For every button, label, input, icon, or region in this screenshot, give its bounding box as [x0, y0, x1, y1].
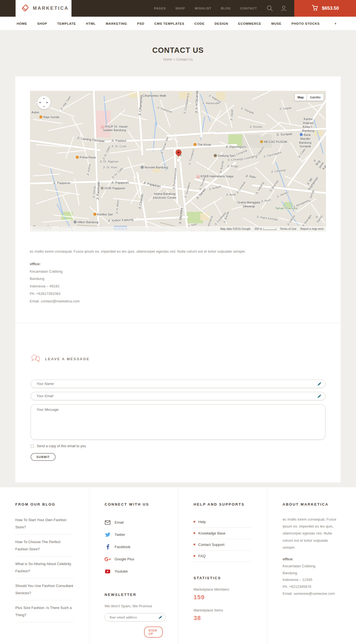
- map-type-map-button[interactable]: Map: [295, 94, 307, 101]
- stat-value: 159: [194, 594, 252, 601]
- hospital-poi-icon: H: [197, 175, 200, 178]
- help-link-faq[interactable]: FAQ: [194, 551, 252, 562]
- submit-button[interactable]: SUBMIT: [31, 453, 56, 461]
- pan-down-icon[interactable]: ▼: [43, 105, 45, 108]
- pen-icon: [158, 615, 162, 620]
- map-label: Jl. Surapati: [276, 132, 292, 137]
- main-nav-item-cms-templates[interactable]: CMS TEMPLATES: [154, 22, 184, 25]
- main-nav-item-template[interactable]: TEMPLATE: [57, 22, 76, 25]
- terms-of-use-link[interactable]: Terms of Use: [280, 227, 296, 230]
- newsletter-email-input[interactable]: [105, 613, 166, 621]
- bullet-icon: [194, 555, 195, 557]
- pen-icon: [317, 394, 322, 399]
- send-copy-checkbox[interactable]: [31, 444, 34, 448]
- map-pan-control[interactable]: ▲ ▼ ◀ ▶: [37, 96, 51, 109]
- blog-post-link[interactable]: What is So Alluring About Celebrity Fash…: [15, 560, 74, 578]
- twitter-icon: [105, 533, 111, 537]
- blog-post-link[interactable]: Should You Use Fashion Consultant Servic…: [15, 582, 74, 600]
- pan-up-icon[interactable]: ▲: [43, 97, 45, 100]
- logo[interactable]: MARKETICA: [16, 0, 71, 17]
- top-nav-item-pages[interactable]: PAGES: [154, 7, 166, 10]
- email-input[interactable]: [31, 392, 325, 400]
- main-nav-item-muse[interactable]: MUSE: [271, 22, 281, 25]
- user-account-icon[interactable]: [280, 5, 287, 12]
- dot-poi-icon: [101, 187, 104, 190]
- send-copy-label: Send a copy of this email to you: [37, 444, 86, 448]
- office-line: Ph. +6212345678: [283, 583, 341, 590]
- social-link-gplus[interactable]: Google Plus: [105, 553, 163, 565]
- street: [252, 91, 279, 100]
- search-icon[interactable]: [266, 5, 273, 12]
- map-label: Aston: [31, 111, 39, 115]
- street: [255, 167, 274, 187]
- bullet-icon: [194, 532, 195, 534]
- social-link-youtube[interactable]: Youtube: [105, 565, 163, 578]
- map-canvas[interactable]: ▲ ▼ ◀ ▶ Map Satellite Google Map data ©2…: [30, 91, 326, 232]
- pan-left-icon[interactable]: ◀: [39, 101, 41, 104]
- main-nav-item-html[interactable]: HTML: [86, 22, 96, 25]
- brand-name: MARKETICA: [33, 6, 69, 11]
- message-textarea[interactable]: [31, 404, 325, 440]
- social-label: Email: [115, 520, 124, 524]
- contact-info: ec mollis lorem consequat. Fusce ipsum e…: [29, 249, 327, 304]
- social-label: Youtube: [115, 569, 128, 573]
- top-nav-item-shop[interactable]: SHOP: [175, 7, 185, 10]
- pan-right-icon[interactable]: ▶: [46, 101, 48, 104]
- content-card: ▲ ▼ ◀ ▶ Map Satellite Google Map data ©2…: [15, 76, 341, 483]
- street: [33, 119, 62, 124]
- top-nav-item-wishlist[interactable]: WISHLIST: [195, 7, 212, 10]
- map-label: Jl. Aceh: [226, 193, 236, 197]
- top-nav-item-contact[interactable]: CONTACT: [240, 7, 257, 10]
- map-label: Prima Rasa: [76, 156, 95, 160]
- main-nav-item-ecommerce[interactable]: ECOMMERCE: [238, 22, 261, 25]
- site-header: MARKETICA PAGESSHOPWISHLISTBLOGCONTACT $…: [0, 0, 356, 17]
- street: [157, 207, 184, 213]
- map-label: Jl. H. Mesri: [115, 200, 120, 214]
- map-label: Jl. Dr. Rajiman: [100, 160, 118, 163]
- map-label: Cihampelas Walk: [142, 94, 166, 98]
- street: [290, 142, 303, 163]
- blog-post-link[interactable]: How To Choose The Perfect Fashion Store?: [15, 538, 74, 556]
- main-nav-item-psd[interactable]: PSD: [137, 22, 144, 25]
- office-line: Ph. +62817391083: [30, 291, 327, 297]
- office-line: Email. someone@someone.com: [283, 590, 341, 597]
- social-link-email[interactable]: Email: [105, 516, 163, 529]
- map-type-satellite-button[interactable]: Satellite: [307, 94, 324, 101]
- report-map-error-link[interactable]: Report a map error: [300, 227, 324, 230]
- nav-more-chevron-icon[interactable]: »: [334, 23, 337, 24]
- footer-col-help: HELP AND SUPPORTS HelpKnowladge BaseCont…: [178, 487, 267, 644]
- social-label: Twitter: [115, 533, 125, 537]
- street: [266, 113, 287, 131]
- blog-post-link[interactable]: How To Start Your Own Fashion Store?: [15, 516, 74, 534]
- help-link-contact-support[interactable]: Contact Support: [194, 539, 252, 551]
- map-label: Jl. Bengawan: [292, 198, 310, 209]
- message-form-section: LEAVE A MESSAGE Send a copy of this emai…: [15, 323, 341, 483]
- map-label: Jl. Cisangkuy: [240, 154, 258, 161]
- main-nav: HOMESHOPTEMPLATEHTMLMARKETINGPSDCMS TEMP…: [0, 17, 356, 31]
- restaurant-poi-icon: [76, 156, 79, 159]
- help-heading: HELP AND SUPPORTS: [194, 502, 252, 506]
- social-link-facebook[interactable]: Facebook: [105, 541, 163, 553]
- top-nav-item-blog[interactable]: BLOG: [221, 7, 231, 10]
- help-link-help[interactable]: Help: [194, 516, 252, 528]
- map-label: Jl. Sabang: [255, 181, 265, 195]
- name-input[interactable]: [31, 380, 325, 388]
- main-nav-item-photo-stocks[interactable]: PHOTO STOCKS: [291, 22, 320, 25]
- restaurant-poi-icon: [39, 115, 42, 118]
- office-line: Indonesia – 49182: [30, 284, 327, 289]
- breadcrumb-home[interactable]: Home: [163, 58, 172, 61]
- main-nav-item-home[interactable]: HOME: [17, 22, 27, 25]
- stat-label: Marketplace Members: [194, 587, 252, 591]
- social-link-twitter[interactable]: Twitter: [105, 529, 163, 541]
- help-link-knowladge-base[interactable]: Knowladge Base: [194, 528, 252, 539]
- cart-button[interactable]: $653.50: [294, 0, 356, 17]
- main-nav-item-shop[interactable]: SHOP: [37, 22, 47, 25]
- site-footer: FROM OUR BLOG How To Start Your Own Fash…: [0, 487, 356, 644]
- contact-intro: ec mollis lorem consequat. Fusce ipsum e…: [30, 249, 327, 255]
- main-nav-item-marketing[interactable]: MARKETING: [106, 22, 127, 25]
- street: [119, 163, 145, 170]
- main-nav-item-design[interactable]: DESIGN: [214, 22, 228, 25]
- signup-button[interactable]: SIGN UP: [144, 626, 163, 638]
- blog-post-link[interactable]: Plus Size Fashion: Is There Such a Thing…: [15, 604, 74, 622]
- main-nav-item-code[interactable]: CODE: [194, 22, 204, 25]
